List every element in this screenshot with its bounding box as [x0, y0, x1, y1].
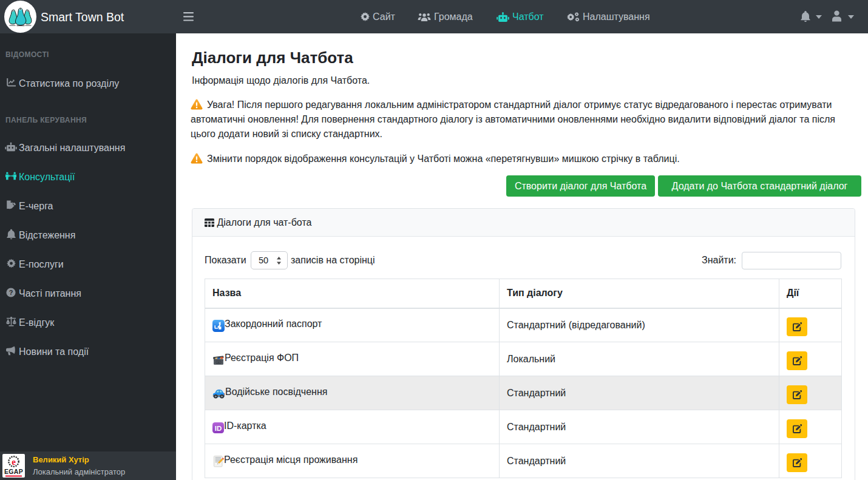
svg-text:e: e [12, 457, 16, 467]
svg-text:?: ? [9, 289, 13, 296]
svg-text:EGAP: EGAP [4, 468, 23, 475]
svg-text:ID: ID [215, 425, 222, 432]
